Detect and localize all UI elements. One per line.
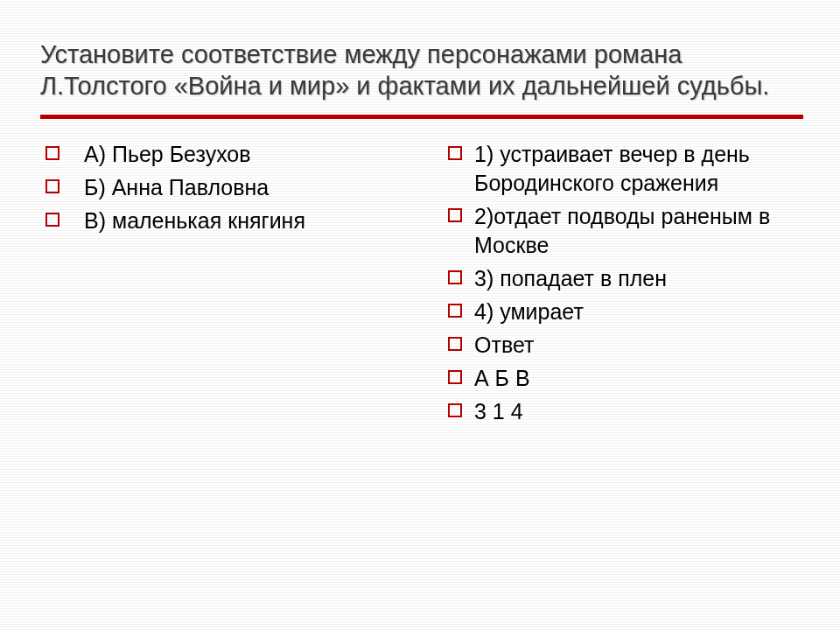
- square-bullet-icon: [46, 146, 60, 160]
- list-item-label: 3) попадает в плен: [474, 264, 667, 293]
- square-bullet-icon: [448, 403, 462, 417]
- list-item-label: А Б В: [474, 364, 530, 393]
- right-column: 1) устраивает вечер в день Бородинского …: [443, 140, 793, 430]
- list-item: В) маленькая княгиня: [40, 206, 424, 235]
- list-item-label: 2)отдает подводы раненым в Москве: [474, 202, 793, 260]
- square-bullet-icon: [448, 370, 462, 384]
- square-bullet-icon: [46, 179, 60, 193]
- list-item-label: 4) умирает: [474, 298, 584, 326]
- list-item: 1) устраивает вечер в день Бородинского …: [443, 140, 793, 198]
- list-item: А Б В: [443, 364, 793, 393]
- list-item: 3) попадает в плен: [443, 264, 793, 293]
- square-bullet-icon: [448, 146, 462, 160]
- list-item: Ответ: [443, 331, 793, 360]
- list-item-label: В) маленькая княгиня: [72, 206, 305, 235]
- list-item: А) Пьер Безухов: [40, 140, 424, 169]
- square-bullet-icon: [448, 270, 462, 284]
- list-item-label: Б) Анна Павловна: [72, 173, 269, 202]
- list-item-label: Ответ: [474, 331, 534, 360]
- list-item: Б) Анна Павловна: [40, 173, 424, 202]
- list-item: 4) умирает: [443, 298, 793, 326]
- slide: Установите соответствие между персонажам…: [0, 0, 840, 430]
- title-underline: [40, 115, 803, 119]
- list-item-label: А) Пьер Безухов: [72, 140, 251, 169]
- square-bullet-icon: [448, 304, 462, 318]
- square-bullet-icon: [448, 208, 462, 222]
- list-item-label: 3 1 4: [474, 397, 523, 426]
- columns: А) Пьер Безухов Б) Анна Павловна В) мале…: [40, 140, 803, 430]
- square-bullet-icon: [46, 213, 60, 227]
- list-item: 2)отдает подводы раненым в Москве: [443, 202, 793, 260]
- slide-title: Установите соответствие между персонажам…: [40, 38, 803, 102]
- square-bullet-icon: [448, 337, 462, 351]
- list-item: 3 1 4: [443, 397, 793, 426]
- list-item-label: 1) устраивает вечер в день Бородинского …: [474, 140, 793, 198]
- left-column: А) Пьер Безухов Б) Анна Павловна В) мале…: [40, 140, 424, 430]
